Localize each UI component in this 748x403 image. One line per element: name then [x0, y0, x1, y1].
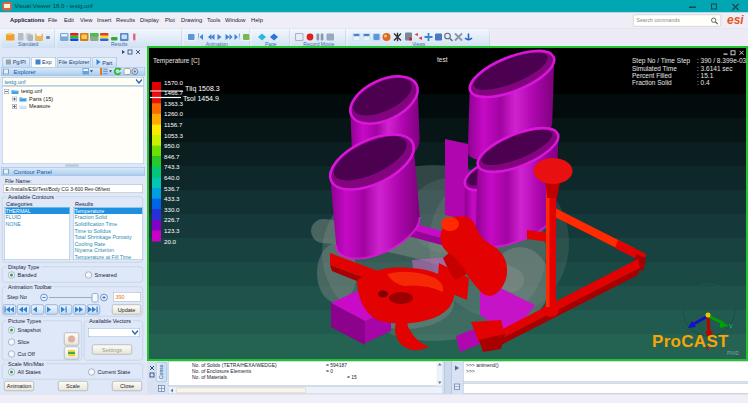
svg-text:536.7: 536.7	[164, 185, 180, 192]
svg-text:1260.0: 1260.0	[164, 110, 183, 117]
svg-text:640.0: 640.0	[164, 174, 180, 181]
svg-text:433.3: 433.3	[164, 195, 180, 202]
svg-text:743.3: 743.3	[164, 163, 180, 170]
svg-text:123.3: 123.3	[164, 227, 180, 234]
svg-text:1363.3: 1363.3	[164, 100, 183, 107]
svg-text:226.7: 226.7	[164, 216, 180, 223]
svg-text:330.0: 330.0	[164, 206, 180, 213]
svg-text:1156.7: 1156.7	[164, 121, 183, 128]
svg-text:1053.3: 1053.3	[164, 132, 183, 139]
svg-text:846.7: 846.7	[164, 153, 180, 160]
svg-text:1570.0: 1570.0	[164, 79, 183, 86]
svg-text:Tliq 1508.3: Tliq 1508.3	[185, 85, 220, 93]
svg-text:1466.7: 1466.7	[164, 89, 183, 96]
svg-text:Tsol 1454.9: Tsol 1454.9	[183, 95, 219, 102]
svg-text:950.0: 950.0	[164, 142, 180, 149]
svg-text:20.0: 20.0	[164, 238, 177, 245]
svg-text:v: v	[729, 322, 733, 329]
